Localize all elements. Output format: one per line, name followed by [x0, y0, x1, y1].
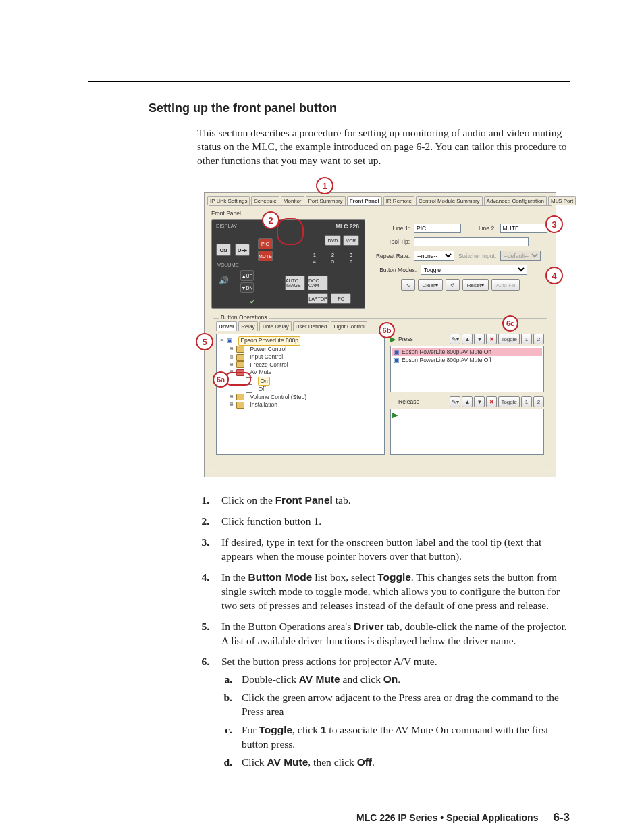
tooltip-label: Tool Tip: — [372, 238, 410, 245]
line2-input[interactable] — [500, 224, 547, 233]
tab-front-panel[interactable]: Front Panel — [347, 196, 382, 205]
tab-ir-remote[interactable]: IR Remote — [383, 196, 414, 205]
substep-label: b. — [221, 691, 232, 719]
mlc-device-panel: MLC 226 DISPLAY ON OFF PIC MUTE DVD — [211, 219, 365, 309]
step-body: In the Button Mode list box, select Togg… — [221, 571, 570, 613]
substep-label: c. — [221, 723, 232, 752]
autofill-button: Auto Fill — [491, 279, 520, 291]
speaker-icon: 🔊 — [219, 276, 229, 285]
reset-icon-button[interactable]: ↺ — [446, 279, 460, 291]
tree-item[interactable]: Freeze Control — [250, 361, 288, 369]
button-operations-group: Button Operations DriverRelayTime DelayU… — [213, 318, 547, 465]
release-label: Release — [398, 398, 427, 405]
mute-button[interactable]: MUTE — [258, 251, 273, 261]
press-del[interactable]: ✖ — [486, 334, 497, 344]
screenshot-figure: IP Link SettingsScheduleMonitorPort Summ… — [197, 180, 562, 477]
callout-4: 4 — [545, 267, 563, 284]
tree-off[interactable]: Off — [258, 386, 265, 393]
release-del[interactable]: ✖ — [486, 396, 497, 407]
footer-page: 6-3 — [553, 811, 570, 825]
driver-tree[interactable]: ⊟▣ Epson PowerLite 800p ⊞ Power Control⊞… — [216, 334, 385, 455]
press-toggle-button[interactable]: Toggle — [498, 334, 520, 344]
ops-tab-user-defined[interactable]: User Defined — [293, 321, 330, 331]
cmd-1[interactable]: Epson PowerLite 800p AV Mute On — [402, 348, 491, 355]
press-command-list[interactable]: ▣Epson PowerLite 800p AV Mute On ▣Epson … — [390, 346, 544, 392]
clear-button[interactable]: Clear ▾ — [418, 279, 443, 291]
substep-body: For Toggle, click 1 to associate the AV … — [242, 723, 570, 752]
pc-button[interactable]: PC — [331, 293, 351, 304]
tree-item[interactable]: Power Control — [250, 346, 286, 353]
tab-advanced-configuration[interactable]: Advanced Configuration — [484, 196, 547, 205]
tab-control-module-summary[interactable]: Control Module Summary — [416, 196, 483, 205]
auto-image-button[interactable]: AUTO IMAGE — [285, 276, 305, 290]
mode-label: Button Modes: — [372, 267, 417, 273]
tooltip-input[interactable] — [414, 237, 529, 246]
line1-input[interactable] — [414, 224, 461, 233]
tree-item[interactable]: Input Control — [250, 353, 283, 361]
tab-port-summary[interactable]: Port Summary — [306, 196, 346, 205]
button-properties-panel: Line 1: Line 2: Tool Tip: Repeat Rate: -… — [372, 219, 549, 309]
press-up[interactable]: ▲ — [462, 334, 473, 344]
repeat-select[interactable]: --none-- — [414, 251, 454, 261]
step-body: If desired, type in text for the onscree… — [221, 536, 570, 564]
repeat-label: Repeat Rate: — [372, 253, 410, 259]
release-toggle-button[interactable]: Toggle — [498, 396, 520, 407]
step-body: Set the button press actions for project… — [221, 655, 570, 774]
reset-button[interactable]: Reset ▾ — [462, 279, 489, 291]
laptop-button[interactable]: LAPTOP — [308, 293, 328, 304]
ops-tab-driver[interactable]: Driver — [216, 321, 237, 331]
step-body: Click on the Front Panel tab. — [221, 494, 570, 508]
vcr-button[interactable]: VCR — [343, 235, 359, 246]
input-num-1: 1 — [306, 253, 323, 257]
dvd-button[interactable]: DVD — [325, 235, 341, 246]
input-number-row: 123456 — [306, 253, 359, 264]
pointer-button[interactable]: ↘ — [401, 279, 415, 291]
vol-up-button[interactable]: ▲ UP — [240, 270, 254, 281]
tab-bar: IP Link SettingsScheduleMonitorPort Summ… — [205, 193, 556, 205]
pic-button[interactable]: PIC — [258, 238, 273, 249]
press-tool-1[interactable]: ✎▾ — [450, 334, 460, 344]
press-down[interactable]: ▼ — [474, 334, 485, 344]
button-operations-label: Button Operations — [219, 314, 269, 321]
release-command-list[interactable]: ▶ — [390, 409, 544, 455]
ops-tab-light-control[interactable]: Light Control — [331, 321, 367, 331]
tab-monitor[interactable]: Monitor — [281, 196, 304, 205]
tree-avmute[interactable]: AV Mute — [250, 369, 271, 376]
release-tool-1[interactable]: ✎▾ — [450, 396, 460, 407]
tab-schedule[interactable]: Schedule — [251, 196, 279, 205]
input-num-2: 2 — [325, 253, 341, 257]
release-down[interactable]: ▼ — [474, 396, 485, 407]
vol-dn-button[interactable]: ▼ DN — [240, 282, 254, 293]
display-on-button[interactable]: ON — [216, 244, 231, 256]
display-off-button[interactable]: OFF — [235, 244, 250, 256]
ops-tab-time-delay[interactable]: Time Delay — [259, 321, 292, 331]
tree-vol[interactable]: Volume Control (Step) — [250, 394, 306, 401]
page-footer: MLC 226 IP Series • Special Applications… — [356, 811, 570, 825]
tree-install[interactable]: Installation — [250, 401, 277, 409]
tab-ip-link-settings[interactable]: IP Link Settings — [207, 196, 250, 205]
step-number: 1. — [197, 494, 209, 508]
mlc-title: MLC 226 — [336, 223, 359, 230]
switcher-label: Switcher Input: — [458, 253, 496, 259]
tree-on[interactable]: On — [258, 377, 269, 386]
tree-root[interactable]: Epson PowerLite 800p — [238, 336, 300, 345]
cmd-2[interactable]: Epson PowerLite 800p AV Mute Off — [402, 357, 491, 363]
steps-list: 1.Click on the Front Panel tab.2.Click f… — [197, 494, 570, 774]
release-up[interactable]: ▲ — [462, 396, 473, 407]
release-arrow-icon[interactable]: ▶ — [392, 411, 398, 419]
check-icon: ✔ — [250, 298, 255, 305]
press-toggle-2[interactable]: 2 — [533, 334, 544, 344]
step-body: Click function button 1. — [221, 515, 570, 529]
doc-cam-button[interactable]: DOC CAM — [308, 276, 328, 290]
press-toggle-1[interactable]: 1 — [521, 334, 532, 344]
release-toggle-2[interactable]: 2 — [533, 396, 544, 407]
button-mode-select[interactable]: Toggle — [421, 265, 527, 275]
release-toggle-1[interactable]: 1 — [521, 396, 532, 407]
step-number: 5. — [197, 620, 209, 648]
press-label: Press — [398, 336, 427, 342]
ops-tab-relay[interactable]: Relay — [238, 321, 257, 331]
step-number: 3. — [197, 536, 209, 564]
footer-title: MLC 226 IP Series • Special Applications — [356, 812, 538, 823]
substep-body: Click the green arrow adjacent to the Pr… — [242, 691, 570, 719]
tab-mls-port[interactable]: MLS Port — [548, 196, 576, 205]
